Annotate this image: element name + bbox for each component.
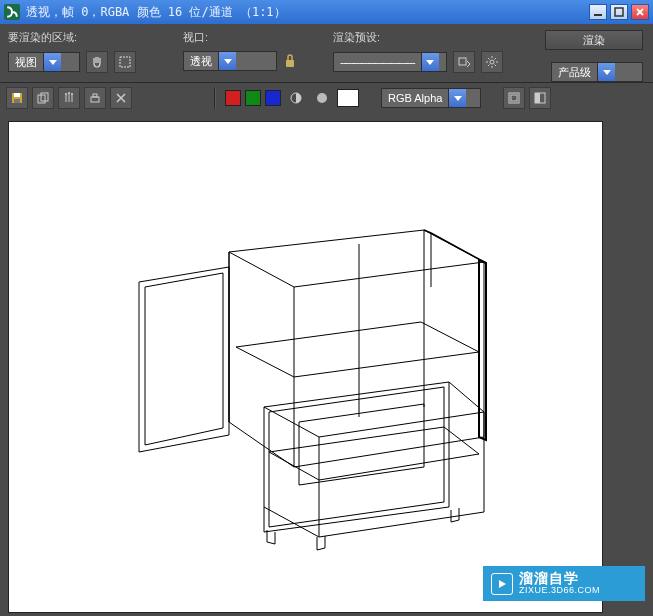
preset-combo[interactable]: ---------------------------- [333,52,447,72]
save-button[interactable] [6,87,28,109]
area-combo[interactable]: 视图 [8,52,80,72]
render-button[interactable]: 渲染 [545,30,643,50]
minimize-button[interactable] [589,4,607,20]
svg-point-5 [490,60,494,64]
settings-button[interactable] [481,51,503,73]
mono-toggle-button[interactable] [311,87,333,109]
svg-rect-2 [120,57,130,67]
viewport-combo[interactable]: 透视 [183,51,277,71]
app-icon [4,4,20,20]
clone-button[interactable] [58,87,80,109]
blue-channel-swatch[interactable] [265,90,281,106]
chevron-down-icon [218,52,236,70]
copy-button[interactable] [32,87,54,109]
svg-rect-8 [14,99,20,103]
quality-combo[interactable]: 产品级 [551,62,643,82]
svg-rect-4 [459,58,466,65]
region-tool-button[interactable] [114,51,136,73]
secondary-toolbar: RGB Alpha [0,83,653,113]
frame-buffer-button[interactable] [503,87,525,109]
chevron-down-icon [43,53,61,71]
area-label: 要渲染的区域: [8,30,183,45]
chevron-down-icon [597,63,615,81]
svg-rect-15 [93,94,97,97]
pan-tool-button[interactable] [86,51,108,73]
svg-point-13 [71,93,73,95]
play-icon [491,573,513,595]
render-canvas [8,121,603,613]
preset-pick-button[interactable] [453,51,475,73]
close-button[interactable] [631,4,649,20]
title-bar: 透视，帧 0，RGBA 颜色 16 位/通道 （1:1） [0,0,653,24]
render-viewport-area: 溜溜自学 ZIXUE.3D66.COM [0,113,653,616]
preset-label: 渲染预设: [333,30,543,45]
svg-rect-3 [286,60,294,67]
lock-icon[interactable] [283,52,297,70]
svg-rect-1 [615,8,623,16]
watermark-title: 溜溜自学 [519,571,600,586]
display-mode-button[interactable] [529,87,551,109]
print-button[interactable] [84,87,106,109]
maximize-button[interactable] [610,4,628,20]
alpha-toggle-button[interactable] [285,87,307,109]
svg-rect-14 [91,97,99,102]
svg-rect-7 [14,93,20,97]
bg-color-swatch[interactable] [337,89,359,107]
svg-rect-19 [511,95,517,101]
rendered-wireframe [9,122,604,614]
red-channel-swatch[interactable] [225,90,241,106]
chevron-down-icon [448,89,466,107]
watermark-url: ZIXUE.3D66.COM [519,586,600,596]
svg-point-11 [65,93,67,95]
chevron-down-icon [421,53,439,71]
channel-combo[interactable]: RGB Alpha [381,88,481,108]
delete-button[interactable] [110,87,132,109]
green-channel-swatch[interactable] [245,90,261,106]
render-controls-bar: 要渲染的区域: 视图 视口: 透视 渲染预设: [0,24,653,82]
viewport-label: 视口: [183,30,333,45]
svg-rect-21 [535,93,540,103]
svg-rect-0 [594,14,602,16]
svg-point-17 [317,93,327,103]
watermark-badge: 溜溜自学 ZIXUE.3D66.COM [483,566,645,601]
separator [214,87,215,109]
window-title: 透视，帧 0，RGBA 颜色 16 位/通道 （1:1） [26,4,589,21]
svg-point-12 [68,92,70,94]
